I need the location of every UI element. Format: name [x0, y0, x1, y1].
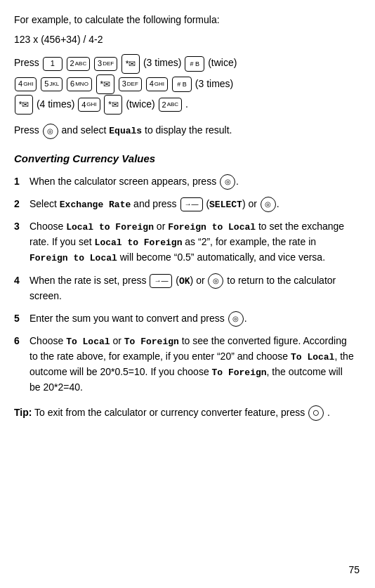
formula-expression: 123 x (456+34) / 4-2	[14, 32, 355, 48]
step-number: 4	[14, 273, 29, 289]
tip-paragraph: Tip: To exit from the calculator or curr…	[14, 405, 355, 421]
equals-code: Equals	[109, 126, 142, 136]
step-content: Choose Local to Foreign or Foreign to Lo…	[29, 219, 355, 266]
foreign-local-code-2: Foreign to Local	[29, 253, 117, 263]
exchange-rate-code: Exchange Rate	[60, 200, 131, 210]
key-2abc-2: 2ABC	[159, 98, 183, 112]
list-item: 1 When the calculator screen appears, pr…	[14, 174, 355, 190]
intro-line: For example, to calculate the following …	[14, 13, 355, 28]
and-select: and select	[62, 124, 110, 136]
steps-list: 1 When the calculator screen appears, pr…	[14, 174, 355, 396]
step-content: Choose To Local or To Foreign to see the…	[29, 334, 355, 396]
key-circle-tip: ○	[308, 405, 324, 421]
list-item: 4 When the rate is set, press →— (OK) or…	[14, 273, 355, 304]
key-navi-1: →—	[180, 197, 203, 211]
step-content: Enter the sum you want to convert and pr…	[29, 311, 355, 327]
list-item: 5 Enter the sum you want to convert and …	[14, 311, 355, 327]
local-foreign-code: Local to Foreign	[66, 222, 154, 233]
key-star-1: *✉	[121, 54, 140, 74]
step-content: When the calculator screen appears, pres…	[29, 174, 355, 190]
to-display: to display the result.	[145, 124, 232, 136]
page-number: 75	[348, 564, 360, 575]
key-2abc: 2ABC	[67, 57, 91, 71]
times-label-1: (3 times)	[143, 57, 184, 68]
step-number: 1	[14, 174, 29, 190]
select-code: SELECT	[209, 200, 242, 210]
tip-end: .	[327, 407, 330, 418]
twice-label-1: (twice)	[208, 57, 237, 68]
page-content: For example, to calculate the following …	[14, 13, 355, 421]
key-star-4: *✉	[104, 95, 122, 115]
press-line-1: Press 1 2ABC 3DEF *✉ (3 times) # B (twic…	[14, 53, 355, 115]
list-item: 2 Select Exchange Rate and press →— (SEL…	[14, 197, 355, 212]
key-circle-4: ◎	[228, 311, 244, 327]
key-3def: 3DEF	[94, 57, 117, 71]
key-3def-2: 3DEF	[119, 77, 142, 91]
local-foreign-code-2: Local to Foreign	[95, 237, 183, 248]
key-6mno: 6MNO	[67, 77, 92, 91]
twice-label-2: (twice)	[126, 98, 157, 110]
key-navi-2: →—	[150, 274, 172, 288]
step-content: When the rate is set, press →— (OK) or ◎…	[29, 273, 355, 304]
times-label-3: (4 times)	[37, 98, 77, 110]
period-1: .	[185, 98, 188, 110]
list-item: 3 Choose Local to Foreign or Foreign to …	[14, 219, 355, 266]
key-5jkl: 5JKL	[41, 77, 63, 91]
foreign-local-code: Foreign to Local	[168, 222, 256, 233]
step-number: 2	[14, 197, 29, 212]
to-local-code-2: To Local	[291, 352, 334, 362]
press-line-2: Press ◎ and select Equals to display the…	[14, 120, 355, 141]
tip-label: Tip:	[14, 407, 32, 418]
list-item: 6 Choose To Local or To Foreign to see t…	[14, 334, 355, 396]
times-label-2: (3 times)	[195, 78, 233, 89]
to-foreign-code: To Foreign	[124, 337, 179, 347]
step-content: Select Exchange Rate and press →— (SELEC…	[29, 197, 355, 212]
step-number: 3	[14, 219, 29, 235]
key-circle-3: ◎	[208, 273, 223, 289]
step-number: 5	[14, 311, 29, 327]
key-hash-b-1: # B	[185, 56, 204, 72]
key-circle-2: ◎	[261, 197, 276, 212]
key-star-2: *✉	[96, 74, 114, 94]
press-label-2: Press	[14, 124, 39, 136]
tip-text: To exit from the calculator or currency …	[34, 407, 308, 418]
key-star-3: *✉	[15, 95, 33, 115]
key-circle-1: ◎	[220, 174, 235, 190]
key-circle-nav: ◎	[43, 124, 58, 139]
press-label-1: Press	[14, 57, 39, 68]
section-title: Converting Currency Values	[14, 150, 355, 166]
step-number: 6	[14, 334, 29, 349]
ok-code: OK	[179, 276, 190, 287]
to-local-code: To Local	[66, 337, 110, 347]
to-foreign-code-2: To Foreign	[212, 367, 267, 378]
key-4ghi-3: 4GHI	[78, 98, 100, 112]
key-4ghi-2: 4GHI	[146, 77, 168, 91]
key-4ghi-1: 4GHI	[15, 77, 37, 91]
key-hash-b-2: # B	[172, 77, 192, 92]
key-1: 1	[43, 57, 63, 71]
